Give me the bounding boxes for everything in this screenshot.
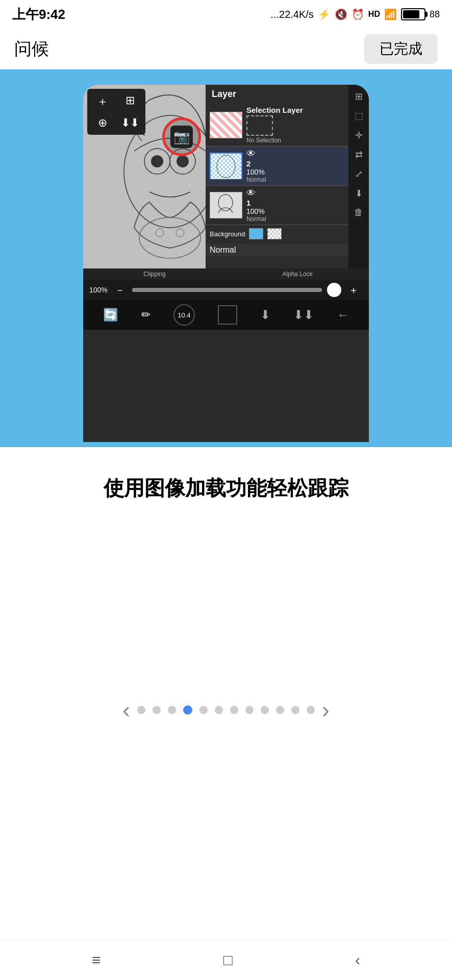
screenshot-container: Layer Selection Layer No Selection: [0, 69, 452, 447]
clip-labels: Clipping Alpha Lock: [83, 268, 369, 280]
mute-icon: 🔇: [335, 8, 347, 20]
tool-brush-icon[interactable]: ✏: [141, 308, 150, 322]
merge-icon[interactable]: ⊞: [118, 92, 142, 111]
page-dot-1[interactable]: [137, 706, 145, 714]
bluetooth-icon: ⚡: [318, 8, 331, 20]
background-row[interactable]: Background ⋮: [206, 225, 369, 242]
blend-mode-bar[interactable]: Normal ▼: [206, 242, 369, 258]
add-layer-icon[interactable]: ＋: [90, 92, 115, 111]
layer2-opacity: 100%: [246, 168, 365, 176]
prev-arrow[interactable]: ‹: [122, 697, 130, 723]
status-time: 上午9:42: [12, 6, 65, 23]
page-dot-3[interactable]: [168, 706, 176, 714]
page-dot-12[interactable]: [307, 706, 315, 714]
hd-icon: HD: [368, 10, 380, 19]
opacity-percent: 100%: [89, 286, 108, 294]
page-dot-6[interactable]: [215, 706, 223, 714]
eye-icon-2: 👁: [246, 149, 256, 159]
signal-icon: 📶: [384, 8, 397, 20]
left-tools-grid: ＋ ⊞ ⊕ ⬇⬇: [87, 89, 145, 135]
opacity-track[interactable]: [132, 288, 322, 292]
bg-checkered-swatch: [267, 228, 282, 239]
layer1-name: 1: [246, 199, 365, 207]
phone-frame: Layer Selection Layer No Selection: [83, 85, 369, 442]
tool-down2-icon[interactable]: ⬇⬇: [293, 308, 314, 322]
opacity-plus[interactable]: ＋: [344, 283, 363, 297]
tools-row: 🔄 ✏ 10.4 ⬇ ⬇⬇ ←: [83, 300, 369, 330]
layer1-opacity: 100%: [246, 207, 365, 215]
menu-icon[interactable]: ≡: [92, 951, 101, 969]
grid-icon[interactable]: ⊞: [355, 91, 363, 102]
layer2-thumb: [210, 153, 242, 179]
page-dot-7[interactable]: [230, 706, 238, 714]
back-icon[interactable]: ‹: [355, 951, 360, 969]
page-dot-9[interactable]: [261, 706, 269, 714]
network-speed: ...22.4K/s: [270, 9, 314, 20]
add-group-icon[interactable]: ⊕: [90, 114, 115, 132]
tool-size-indicator[interactable]: 10.4: [173, 304, 195, 326]
home-icon[interactable]: □: [223, 951, 233, 969]
caption-area: 使用图像加载功能轻松跟踪: [0, 447, 452, 524]
bottom-nav: ≡ □ ‹: [0, 939, 452, 980]
clipping-label[interactable]: Clipping: [83, 268, 226, 280]
svg-rect-14: [210, 192, 241, 218]
flatten-icon[interactable]: ⬇⬇: [118, 114, 142, 132]
page-dot-2[interactable]: [153, 706, 161, 714]
next-arrow[interactable]: ›: [322, 697, 330, 723]
layer1-blend: Normal: [246, 215, 365, 223]
caption-text: 使用图像加载功能轻松跟踪: [10, 473, 442, 503]
layer2-name: 2: [246, 159, 365, 168]
alpha-lock-label[interactable]: Alpha Lock: [226, 268, 369, 280]
layer2-row[interactable]: 👁 2 100% Normal: [206, 146, 369, 186]
opacity-bar: 100% － ＋: [83, 280, 369, 300]
flip-icon[interactable]: ⇄: [355, 149, 363, 160]
svg-point-6: [156, 229, 164, 237]
red-circle-highlight: 📷: [162, 117, 201, 156]
layer2-info: 👁 2 100% Normal: [246, 149, 365, 183]
svg-point-5: [139, 217, 200, 258]
page-dot-8[interactable]: [245, 706, 254, 714]
page-dot-10[interactable]: [276, 706, 284, 714]
svg-point-4: [177, 155, 189, 167]
blend-mode-label: Normal: [206, 243, 358, 257]
trash-icon[interactable]: 🗑: [354, 207, 363, 218]
main-content: Layer Selection Layer No Selection: [0, 69, 452, 804]
bg-blue-swatch: [249, 228, 263, 239]
page-dot-5[interactable]: [199, 706, 208, 714]
selection-layer-name: Selection Layer: [246, 106, 365, 114]
move-icon[interactable]: ✛: [355, 130, 363, 141]
svg-rect-8: [211, 154, 241, 179]
layer1-thumb: [210, 192, 242, 218]
layer1-svg: [210, 192, 241, 218]
top-nav: 问候 已完成: [0, 29, 452, 69]
status-icons: ...22.4K/s ⚡ 🔇 ⏰ HD 📶 88: [270, 8, 440, 20]
canvas-area: Layer Selection Layer No Selection: [83, 85, 369, 268]
layer-panel-title: Layer: [206, 85, 369, 104]
copy-icon[interactable]: ⬚: [355, 110, 363, 121]
page-dot-4-active[interactable]: [183, 705, 192, 715]
selection-layer-row[interactable]: Selection Layer No Selection: [206, 104, 369, 146]
left-tools: ＋ ⊞ ⊕ ⬇⬇: [83, 85, 149, 187]
camera-button-wrapper[interactable]: 📷: [162, 117, 201, 156]
tool-color-swatch[interactable]: [218, 305, 237, 325]
camera-button[interactable]: 📷: [170, 126, 193, 148]
selection-thumb: [210, 112, 242, 138]
tool-back-icon[interactable]: ←: [337, 308, 349, 322]
tool-down-icon[interactable]: ⬇: [260, 308, 270, 322]
layer1-info: 👁 1 100% Normal: [246, 188, 365, 223]
status-bar: 上午9:42 ...22.4K/s ⚡ 🔇 ⏰ HD 📶 88: [0, 0, 452, 29]
opacity-thumb[interactable]: [327, 283, 341, 297]
tool-select-icon[interactable]: 🔄: [103, 308, 118, 322]
battery-percent: 88: [430, 9, 440, 20]
nav-title: 问候: [14, 37, 49, 61]
transform-icon[interactable]: ⤢: [355, 168, 363, 180]
done-button[interactable]: 已完成: [364, 34, 438, 64]
battery-fill: [403, 10, 419, 18]
page-dot-11[interactable]: [291, 706, 299, 714]
opacity-minus[interactable]: －: [111, 283, 129, 297]
layer2-blend: Normal: [246, 176, 365, 183]
selection-layer-info: Selection Layer No Selection: [246, 106, 365, 144]
layer1-row[interactable]: 👁 1 100% Normal: [206, 186, 369, 225]
download-icon[interactable]: ⬇: [355, 188, 363, 199]
background-label: Background: [210, 230, 245, 238]
